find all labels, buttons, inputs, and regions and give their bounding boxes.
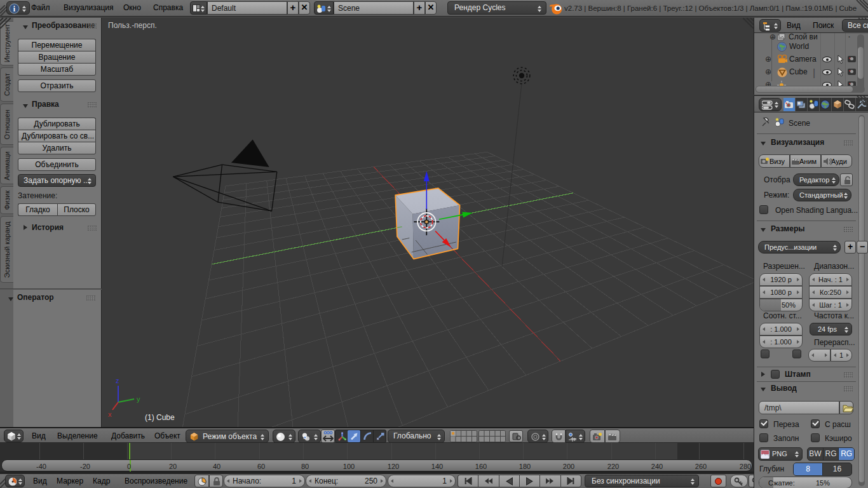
- svg-text:z: z: [116, 377, 119, 384]
- svg-text:y: y: [137, 395, 140, 403]
- svg-text:(1) Cube: (1) Cube: [145, 413, 175, 422]
- svg-text:Польз.-персп.: Польз.-персп.: [108, 21, 157, 30]
- svg-text:x: x: [108, 410, 112, 418]
